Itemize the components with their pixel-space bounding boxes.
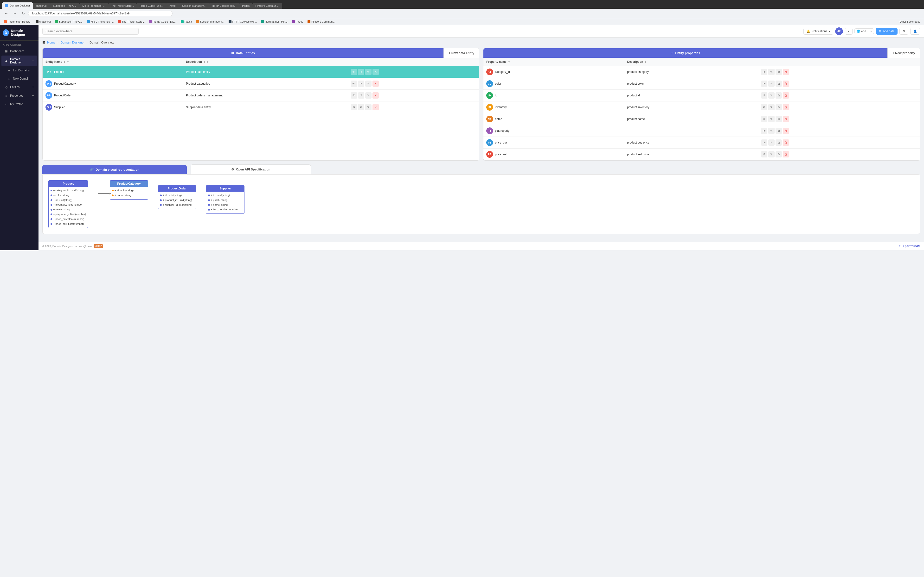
copy-button[interactable]: ⧉: [775, 128, 782, 134]
bookmark-item[interactable]: HTTP Cookies exp...: [227, 20, 258, 24]
view-button[interactable]: 👁: [761, 116, 767, 122]
table-row[interactable]: PR ProductCategory Product categories 👁 …: [43, 78, 479, 90]
delete-button[interactable]: 🗑: [783, 116, 789, 122]
edit-button[interactable]: ✎: [365, 92, 372, 98]
edit-button[interactable]: ✎: [768, 151, 775, 158]
sidebar-item-list-domains[interactable]: ≡ List Domains: [2, 67, 37, 74]
view-button[interactable]: 👁: [761, 139, 767, 146]
table-row[interactable]: PB price_buy product buy price 👁 ✎ ⧉ 🗑: [483, 137, 920, 148]
edit-button[interactable]: ✎: [768, 81, 775, 87]
view-button[interactable]: 👁: [761, 81, 767, 87]
edit-button[interactable]: ✎: [768, 116, 775, 122]
copy-button[interactable]: ⧉: [775, 104, 782, 110]
bookmark-item[interactable]: Pages: [290, 20, 305, 24]
sidebar-item-dashboard[interactable]: ⊞ Dashboard: [2, 47, 37, 55]
sidebar-item-new-domain[interactable]: □ New Domain: [2, 75, 37, 82]
search-input[interactable]: [42, 27, 139, 35]
edit-button[interactable]: ✎: [365, 69, 372, 75]
table-row[interactable]: ID id product id 👁 ✎ ⧉ 🗑: [483, 90, 920, 102]
browser-tab[interactable]: Pimcore Communi...: [252, 3, 282, 9]
add-data-button[interactable]: ⊞ Add data: [876, 28, 898, 35]
new-data-entity-button[interactable]: + New data entity: [443, 48, 479, 58]
sidebar-item-entities[interactable]: ◇ Entities +: [2, 83, 37, 91]
edit-button[interactable]: ✎: [365, 81, 372, 87]
data-entities-tab[interactable]: ⊞ Data Entities: [43, 48, 443, 58]
edit-button[interactable]: ✎: [768, 139, 775, 146]
delete-button[interactable]: 🗑: [783, 69, 789, 75]
bookmark-other[interactable]: Other Bookmarks: [898, 20, 922, 24]
table-row[interactable]: NA name product name 👁 ✎ ⧉ 🗑: [483, 113, 920, 125]
edit-button[interactable]: ✎: [365, 104, 372, 110]
sidebar-item-my-profile[interactable]: ○ My Profile: [2, 100, 37, 108]
browser-tab[interactable]: Session Managem...: [179, 3, 209, 9]
delete-button[interactable]: 🗑: [783, 92, 789, 98]
view-button[interactable]: 👁: [351, 92, 357, 98]
sort-icon[interactable]: ⬆: [204, 61, 205, 63]
edit-button[interactable]: ✎: [768, 128, 775, 134]
notifications-button[interactable]: 🔔 Notifications ▾: [803, 28, 833, 35]
delete-button[interactable]: 🗑: [783, 139, 789, 146]
view-detail-button[interactable]: 👁: [358, 92, 364, 98]
forward-button[interactable]: →: [11, 11, 18, 16]
view-detail-button[interactable]: 👁: [358, 81, 364, 87]
bookmark-item[interactable]: The Tractor Store...: [116, 20, 147, 24]
browser-tab[interactable]: shadcn/ui: [33, 3, 50, 9]
reload-button[interactable]: ↻: [20, 11, 26, 16]
user-button[interactable]: 👤: [910, 28, 920, 35]
back-button[interactable]: ←: [3, 11, 10, 16]
sidebar-item-domain-designer[interactable]: ◈ Domain Designer −: [2, 56, 37, 66]
plus-icon[interactable]: +: [32, 93, 34, 98]
sort-icon[interactable]: ⬆: [645, 61, 646, 63]
bookmark-item[interactable]: Habilitar.net | Min...: [259, 20, 289, 24]
delete-button[interactable]: ✕: [373, 69, 379, 75]
table-row[interactable]: PR ProductOrder Product orders managemen…: [43, 90, 479, 102]
delete-button[interactable]: 🗑: [783, 81, 789, 87]
language-selector[interactable]: 🌐 en-US ▾: [855, 28, 874, 34]
edit-button[interactable]: ✎: [768, 69, 775, 75]
plus-icon[interactable]: +: [32, 85, 34, 89]
copy-button[interactable]: ⧉: [775, 69, 782, 75]
table-row[interactable]: PI piaproperty 👁 ✎ ⧉ 🗑: [483, 125, 920, 137]
view-button[interactable]: 👁: [761, 69, 767, 75]
bookmark-item[interactable]: Micro Frontends -...: [85, 20, 115, 24]
bookmark-item[interactable]: Patterns for React...: [2, 20, 33, 24]
copy-button[interactable]: ⧉: [775, 92, 782, 98]
settings-button[interactable]: ⚙: [900, 28, 908, 35]
bookmark-item[interactable]: Session Managem...: [194, 20, 226, 24]
view-button[interactable]: 👁: [761, 128, 767, 134]
edit-button[interactable]: ✎: [768, 92, 775, 98]
table-row[interactable]: PS price_sell product sell price 👁 ✎ ⧉ 🗑: [483, 148, 920, 160]
bookmark-item[interactable]: shadcn/ui: [34, 20, 53, 24]
sort-icon[interactable]: ⬆: [67, 61, 69, 63]
browser-tab[interactable]: Pages: [239, 3, 252, 9]
table-row[interactable]: CO color product color 👁 ✎ ⧉ 🗑: [483, 78, 920, 90]
breadcrumb-domain-designer[interactable]: Domain Designer: [60, 40, 84, 44]
view-detail-button[interactable]: 👁: [358, 104, 364, 110]
copy-button[interactable]: ⧉: [775, 139, 782, 146]
view-detail-button[interactable]: 👁: [358, 69, 364, 75]
copy-button[interactable]: ⧉: [775, 151, 782, 158]
bookmark-item[interactable]: Figma Guide | Die...: [147, 20, 178, 24]
url-input[interactable]: [28, 11, 173, 16]
copy-button[interactable]: ⧉: [775, 116, 782, 122]
delete-button[interactable]: ✕: [373, 92, 379, 98]
delete-button[interactable]: 🗑: [783, 151, 789, 158]
delete-button[interactable]: ✕: [373, 104, 379, 110]
view-button[interactable]: 👁: [761, 92, 767, 98]
browser-tab[interactable]: Payrix: [166, 3, 179, 9]
edit-button[interactable]: ✎: [768, 104, 775, 110]
view-button[interactable]: 👁: [351, 81, 357, 87]
browser-tab[interactable]: Micro Frontends -...: [79, 3, 108, 9]
table-row[interactable]: CI category_id product category 👁 ✎ ⧉ 🗑: [483, 66, 920, 78]
bookmark-item[interactable]: Payrix: [179, 20, 194, 24]
delete-button[interactable]: ✕: [373, 81, 379, 87]
sidebar-item-properties[interactable]: ≡ Properties +: [2, 92, 37, 100]
delete-button[interactable]: 🗑: [783, 104, 789, 110]
bookmark-item[interactable]: Supabase | The O...: [53, 20, 84, 24]
browser-tab[interactable]: The Tractor Store...: [108, 3, 137, 9]
user-avatar[interactable]: JE: [835, 27, 843, 35]
view-button[interactable]: 👁: [761, 151, 767, 158]
sort-icon[interactable]: ⬆: [508, 61, 510, 63]
active-browser-tab[interactable]: Domain Designer: [2, 2, 33, 9]
domain-visual-button[interactable]: 🔗 Domain visual representation: [42, 165, 187, 174]
